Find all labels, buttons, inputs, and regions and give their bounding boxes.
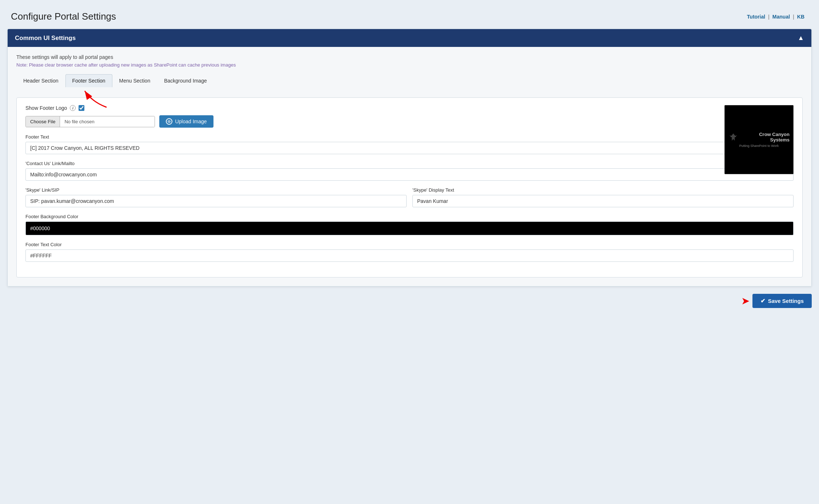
footer-text-field-row: Footer Text <box>25 134 794 154</box>
tab-menu[interactable]: Menu Section <box>112 74 157 87</box>
tutorial-link[interactable]: Tutorial <box>747 14 765 20</box>
text-color-input[interactable] <box>25 249 794 262</box>
crow-logo-icon <box>728 132 738 142</box>
card-body: These settings will apply to all portal … <box>8 47 811 286</box>
header-links: Tutorial | Manual | KB <box>747 14 804 20</box>
skype-link-input[interactable] <box>25 195 407 207</box>
contact-link-label: 'Contact Us' Link/Mailto <box>25 161 794 166</box>
file-chosen-text: No file chosen <box>60 116 155 127</box>
logo-tagline: Putting SharePoint to Work <box>739 144 779 148</box>
tab-background[interactable]: Background Image <box>157 74 214 87</box>
choose-file-button[interactable]: Choose File <box>26 116 60 127</box>
upload-image-button[interactable]: ⊕ Upload Image <box>159 115 213 128</box>
show-footer-logo-checkbox[interactable] <box>79 105 84 111</box>
tab-footer[interactable]: Footer Section <box>65 74 112 87</box>
save-check-icon: ✔ <box>760 297 765 304</box>
tab-header[interactable]: Header Section <box>16 74 65 87</box>
bg-color-input[interactable] <box>25 221 794 235</box>
info-icon[interactable]: i <box>70 105 76 111</box>
footer-text-input[interactable] <box>25 142 794 154</box>
show-footer-logo-row: Show Footer Logo i <box>25 105 794 111</box>
skype-link-label: 'Skype' Link/SIP <box>25 187 407 193</box>
collapse-icon[interactable]: ▲ <box>798 34 804 42</box>
card-header: Common UI Settings ▲ <box>8 29 811 47</box>
bg-color-label: Footer Background Color <box>25 214 794 219</box>
show-footer-logo-label: Show Footer Logo <box>25 105 67 111</box>
skype-display-label: 'Skype' Display Text <box>412 187 794 193</box>
text-color-field-row: Footer Text Color <box>25 242 794 262</box>
manual-link[interactable]: Manual <box>772 14 790 20</box>
settings-card: Common UI Settings ▲ These settings will… <box>7 29 812 287</box>
contact-link-field-row: 'Contact Us' Link/Mailto <box>25 161 794 181</box>
kb-link[interactable]: KB <box>797 14 804 20</box>
tabs: Header Section Footer Section Menu Secti… <box>16 74 803 87</box>
text-color-label: Footer Text Color <box>25 242 794 247</box>
skype-field-row: 'Skype' Link/SIP 'Skype' Display Text <box>25 187 794 207</box>
save-settings-button[interactable]: ✔ Save Settings <box>752 294 812 308</box>
file-upload-row: Choose File No file chosen ⊕ Upload Imag… <box>25 115 794 128</box>
save-arrow-icon: ➤ <box>741 296 750 306</box>
page-bottom: ➤ ✔ Save Settings <box>7 294 812 308</box>
skype-display-input[interactable] <box>412 195 794 207</box>
contact-link-input[interactable] <box>25 168 794 181</box>
upload-circle-icon: ⊕ <box>166 118 172 125</box>
card-title: Common UI Settings <box>15 35 76 42</box>
file-input-wrapper: Choose File No file chosen <box>25 116 155 127</box>
footer-section-box: Crow Canyon Systems Putting SharePoint t… <box>16 97 803 277</box>
footer-logo-preview: Crow Canyon Systems Putting SharePoint t… <box>724 105 794 174</box>
settings-note: Note: Please clear browser cache after u… <box>16 62 803 68</box>
page-title: Configure Portal Settings <box>11 11 116 22</box>
tabs-wrapper: Header Section Footer Section Menu Secti… <box>16 74 803 87</box>
settings-description: These settings will apply to all portal … <box>16 54 803 60</box>
bg-color-field-row: Footer Background Color <box>25 214 794 235</box>
logo-company-name: Crow Canyon Systems <box>741 132 790 143</box>
footer-text-label: Footer Text <box>25 134 794 140</box>
